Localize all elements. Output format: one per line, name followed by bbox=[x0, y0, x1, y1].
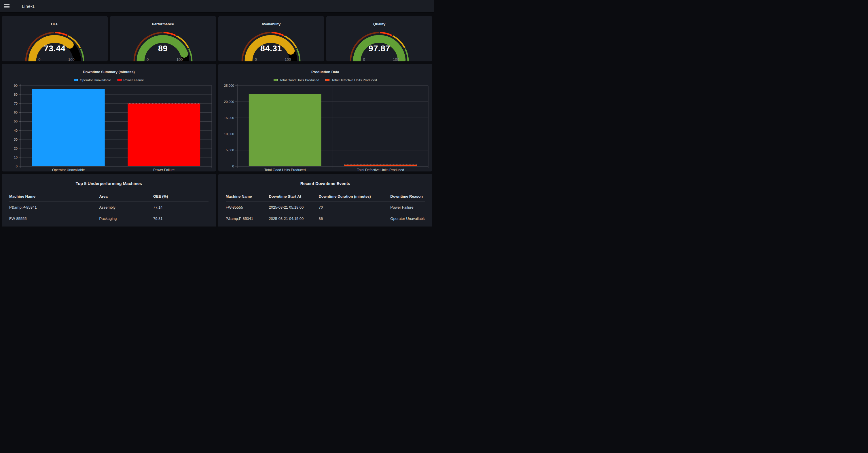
axis-tick-label: 60 bbox=[14, 111, 18, 114]
axis-tick-label: 40 bbox=[14, 128, 18, 132]
recent-downtime-events-table: Machine NameDowntime Start AtDowntime Du… bbox=[226, 191, 425, 227]
x-axis: Operator UnavailablePower Failure bbox=[52, 168, 175, 172]
gauge-threshold-band bbox=[163, 33, 175, 35]
gauge-min-label: 0 bbox=[363, 57, 365, 61]
axis-tick-label: 15,000 bbox=[224, 116, 234, 120]
column-header[interactable]: Downtime Duration (minutes) bbox=[318, 194, 390, 199]
column-header[interactable]: Area bbox=[99, 194, 153, 199]
sort-ascending-icon: ↑ bbox=[425, 194, 425, 199]
gauge: 89 0 100 bbox=[128, 30, 197, 61]
panel-recent-downtime-events: Recent Downtime Events Machine NameDownt… bbox=[218, 174, 433, 227]
axis-tick-label: 50 bbox=[14, 120, 18, 123]
legend-swatch bbox=[74, 79, 78, 81]
table-cell: FW-85555 bbox=[226, 205, 269, 210]
table-row-section: Top 5 Underperforming Machines Machine N… bbox=[2, 174, 432, 227]
legend-label: Total Good Units Produced bbox=[280, 79, 319, 82]
panel-title: Downtime Summary (minutes) bbox=[2, 66, 216, 74]
column-header[interactable]: Machine Name bbox=[226, 194, 269, 199]
axis-tick-label: 10,000 bbox=[224, 132, 234, 136]
axis-tick-label: 10 bbox=[14, 156, 18, 159]
table-cell: 2025-03-21 05:18:00 bbox=[269, 205, 319, 210]
category-label: Total Good Units Produced bbox=[265, 168, 306, 172]
table-cell: 77.14 bbox=[153, 205, 209, 210]
x-axis: Total Good Units ProducedTotal Defective… bbox=[265, 168, 404, 172]
production-bar-chart: 05,00010,00015,00020,00025,000Total Good… bbox=[218, 83, 432, 172]
column-header[interactable]: Machine Name bbox=[9, 194, 99, 199]
gauge-min-label: 0 bbox=[147, 57, 149, 61]
gauge-value: 97.87 bbox=[345, 44, 414, 53]
bar bbox=[32, 89, 105, 166]
legend-label: Operator Unavailable bbox=[80, 79, 111, 82]
gauge-min-label: 0 bbox=[255, 57, 257, 61]
panel-title: Performance bbox=[110, 19, 216, 27]
table-cell: 2025-03-21 04:15:00 bbox=[269, 216, 319, 221]
gauge-value: 73.44 bbox=[20, 44, 89, 53]
table-cell: 70 bbox=[318, 205, 390, 210]
category-label: Operator Unavailable bbox=[52, 168, 85, 172]
y-axis: 05,00010,00015,00020,00025,000 bbox=[224, 84, 237, 168]
table-cell: 79.81 bbox=[153, 216, 209, 221]
table-row: FW-85555Packaging79.81 bbox=[9, 213, 209, 224]
gauge-min-label: 0 bbox=[38, 57, 40, 61]
bar bbox=[344, 164, 417, 166]
menu-toggle-button[interactable] bbox=[2, 1, 12, 11]
legend-item-total-defective-units[interactable]: Total Defective Units Produced bbox=[326, 79, 377, 82]
column-header[interactable]: Downtime Start At bbox=[269, 194, 319, 199]
gauge-threshold-band bbox=[380, 33, 392, 35]
axis-tick-label: 0 bbox=[16, 164, 18, 168]
panel-title: OEE bbox=[2, 19, 108, 27]
gauge-row: OEE 73.44 0 100 Performance 89 0 100 Ava… bbox=[2, 16, 432, 61]
table-header-row: Machine NameAreaOEE (%) bbox=[9, 191, 209, 202]
table-row: P&amp;P-853412025-03-21 04:15:0086Operat… bbox=[226, 213, 425, 224]
hamburger-icon bbox=[4, 4, 9, 8]
panel-top-underperforming-machines: Top 5 Underperforming Machines Machine N… bbox=[2, 174, 216, 227]
gauge: 97.87 0 100 bbox=[345, 30, 414, 61]
gauge-threshold-band bbox=[55, 33, 67, 35]
legend-swatch bbox=[326, 79, 330, 81]
panel-title: Availability bbox=[218, 19, 324, 27]
legend-item-operator-unavailable[interactable]: Operator Unavailable bbox=[74, 79, 111, 82]
bar bbox=[249, 94, 321, 166]
table-cell: Assembly bbox=[99, 205, 153, 210]
gauge: 84.31 0 100 bbox=[237, 30, 306, 61]
table-cell: P&amp;P-85341 bbox=[226, 216, 269, 221]
dashboard-title: Line-1 bbox=[22, 4, 35, 9]
axis-tick-label: 20 bbox=[14, 147, 18, 150]
chart-legend: Total Good Units Produced Total Defectiv… bbox=[218, 78, 433, 83]
dashboard-body: OEE 73.44 0 100 Performance 89 0 100 Ava… bbox=[0, 13, 434, 227]
bar bbox=[128, 103, 200, 166]
panel-title: Quality bbox=[326, 19, 432, 27]
table-header-row: Machine NameDowntime Start AtDowntime Du… bbox=[226, 191, 425, 202]
gauge-max-label: 100 bbox=[68, 57, 74, 61]
legend-item-total-good-units[interactable]: Total Good Units Produced bbox=[274, 79, 319, 82]
gauge-max-label: 100 bbox=[285, 57, 291, 61]
gauge: 73.44 0 100 bbox=[20, 30, 89, 61]
panel-title: Recent Downtime Events bbox=[218, 177, 433, 186]
gauge-value: 89 bbox=[128, 44, 197, 53]
gauge-threshold-band bbox=[272, 33, 284, 35]
table-cell: P&amp;P-85341 bbox=[9, 205, 99, 210]
panel-performance-gauge: Performance 89 0 100 bbox=[110, 16, 216, 61]
axis-tick-label: 0 bbox=[232, 164, 234, 168]
column-header[interactable]: OEE (%) bbox=[153, 194, 209, 199]
axis-tick-label: 5,000 bbox=[226, 148, 234, 152]
axis-tick-label: 80 bbox=[14, 93, 18, 96]
gauge-max-label: 100 bbox=[393, 57, 399, 61]
axis-tick-label: 20,000 bbox=[224, 100, 234, 103]
panel-quality-gauge: Quality 97.87 0 100 bbox=[326, 16, 432, 61]
table-row: P&amp;P-85341Assembly77.14 bbox=[9, 202, 209, 213]
panel-title: Top 5 Underperforming Machines bbox=[2, 177, 216, 186]
axis-tick-label: 25,000 bbox=[224, 84, 234, 87]
legend-item-power-failure[interactable]: Power Failure bbox=[118, 79, 144, 82]
category-label: Power Failure bbox=[153, 168, 175, 172]
table-cell: Packaging bbox=[99, 216, 153, 221]
table-cell: 86 bbox=[318, 216, 390, 221]
chart-row: Downtime Summary (minutes) Operator Unav… bbox=[2, 64, 432, 172]
legend-swatch bbox=[118, 79, 122, 81]
panel-production-data: Production Data Total Good Units Produce… bbox=[218, 64, 433, 172]
column-header[interactable]: Downtime Reason↑ bbox=[390, 194, 425, 199]
legend-swatch bbox=[274, 79, 278, 81]
panel-downtime-summary: Downtime Summary (minutes) Operator Unav… bbox=[2, 64, 216, 172]
table-cell: FW-85555 bbox=[9, 216, 99, 221]
axis-tick-label: 70 bbox=[14, 102, 18, 105]
